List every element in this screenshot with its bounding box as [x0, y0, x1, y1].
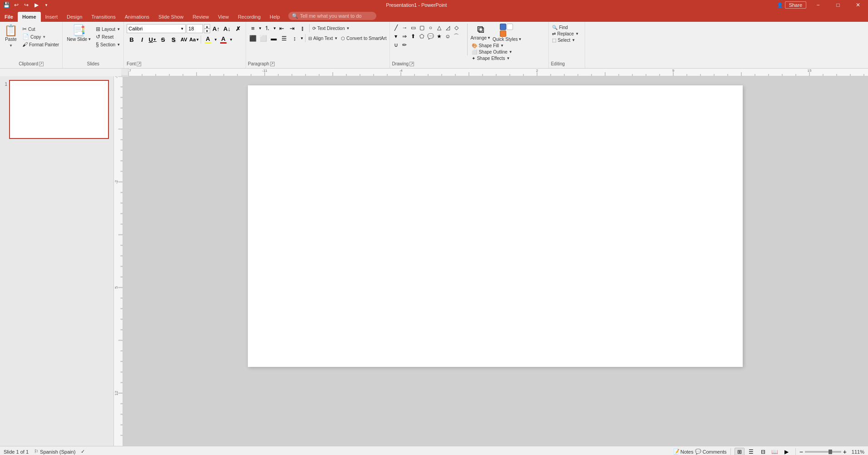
- font-highlight-button[interactable]: A: [202, 35, 213, 45]
- arc-button[interactable]: ∪: [392, 41, 400, 49]
- line-spacing-dropdown[interactable]: ▼: [300, 36, 304, 40]
- format-painter-button[interactable]: 🖌 Format Painter: [21, 41, 60, 48]
- text-direction-button[interactable]: ⟳ Text Direction ▼: [311, 25, 351, 31]
- section-button[interactable]: § Section ▼: [94, 41, 122, 48]
- tab-slideshow[interactable]: Slide Show: [154, 12, 188, 22]
- char-spacing-button[interactable]: AV: [179, 35, 189, 45]
- cut-button[interactable]: ✂ Cut: [21, 25, 60, 33]
- canvas-area[interactable]: [123, 76, 868, 446]
- find-button[interactable]: 🔍 Find: [551, 25, 583, 30]
- copy-dropdown[interactable]: ▼: [42, 35, 46, 39]
- increase-indent-button[interactable]: ⇥: [287, 24, 297, 33]
- arrange-dropdown[interactable]: ▼: [487, 36, 491, 40]
- clipboard-expand[interactable]: ↗: [39, 62, 44, 66]
- highlight-dropdown[interactable]: ▼: [214, 38, 217, 42]
- bullets-dropdown[interactable]: ▼: [258, 26, 262, 30]
- layout-button[interactable]: ⊞ Layout ▼: [94, 25, 122, 33]
- tab-transitions[interactable]: Transitions: [87, 12, 120, 22]
- outline-view-button[interactable]: ☰: [746, 448, 756, 455]
- zoom-slider[interactable]: [805, 451, 841, 453]
- select-dropdown[interactable]: ▼: [572, 38, 575, 42]
- slide-canvas[interactable]: [248, 85, 743, 367]
- new-slide-dropdown[interactable]: ▼: [88, 37, 91, 41]
- rounded-rect-shape-button[interactable]: ▢: [418, 24, 426, 32]
- underline-dropdown[interactable]: ▼: [153, 38, 157, 42]
- freeform-button[interactable]: ✏: [400, 41, 409, 49]
- text-shadow-button[interactable]: S: [168, 35, 178, 45]
- tab-insert[interactable]: Insert: [41, 12, 63, 22]
- decrease-indent-button[interactable]: ⇤: [277, 24, 287, 33]
- arrow2-shape-button[interactable]: ⇒: [400, 32, 409, 40]
- reset-button[interactable]: ↺ Reset: [94, 33, 122, 40]
- undo-button[interactable]: ↩: [12, 1, 21, 9]
- paste-button[interactable]: 📋 Paste: [2, 24, 20, 43]
- maximize-button[interactable]: □: [828, 0, 848, 10]
- more-shapes-button[interactable]: ▾: [392, 32, 400, 40]
- slide-thumbnail[interactable]: [9, 80, 109, 139]
- decrease-font-button[interactable]: A↓: [222, 24, 232, 34]
- underline-button[interactable]: U▼: [148, 35, 158, 45]
- drawing-expand[interactable]: ↗: [409, 62, 414, 66]
- text-dir-dropdown[interactable]: ▼: [346, 26, 350, 30]
- numbering-button[interactable]: ⒈: [262, 24, 272, 33]
- align-text-button[interactable]: ⊟ Align Text ▼: [307, 35, 339, 41]
- line-shape-button[interactable]: ╱: [392, 24, 400, 32]
- reading-view-button[interactable]: 📖: [770, 448, 780, 455]
- shape-outline-dropdown[interactable]: ▼: [509, 50, 513, 54]
- align-right-button[interactable]: ▬: [269, 34, 279, 43]
- clear-format-button[interactable]: ✗: [233, 24, 243, 34]
- notes-button[interactable]: 📝 Notes: [673, 449, 694, 455]
- redo-button[interactable]: ↪: [22, 1, 31, 9]
- line-spacing-button[interactable]: ↕: [290, 34, 300, 43]
- font-size-increase-button[interactable]: ▲: [204, 24, 210, 29]
- diamond-shape-button[interactable]: ◇: [452, 24, 460, 32]
- align-text-dropdown[interactable]: ▼: [334, 36, 338, 40]
- change-case-dropdown[interactable]: ▼: [196, 38, 199, 42]
- smiley-button[interactable]: ☺: [444, 32, 452, 40]
- columns-button[interactable]: ⫿: [298, 24, 308, 33]
- comments-button[interactable]: 💬 Comments: [695, 449, 726, 455]
- numbering-dropdown[interactable]: ▼: [273, 26, 276, 30]
- change-case-button[interactable]: Aa▼: [189, 35, 199, 45]
- slide-sorter-button[interactable]: ⊟: [758, 448, 768, 455]
- presentation-button[interactable]: ▶: [32, 1, 41, 9]
- zoom-in-button[interactable]: +: [843, 448, 847, 455]
- customize-qa-button[interactable]: ▼: [42, 1, 51, 9]
- font-name-dropdown[interactable]: ▼: [180, 27, 184, 31]
- shape-outline-button[interactable]: ⬜ Shape Outline ▼: [470, 49, 547, 55]
- zoom-out-button[interactable]: −: [799, 448, 803, 455]
- right-triangle-shape-button[interactable]: ◿: [444, 24, 452, 32]
- justify-button[interactable]: ☰: [279, 34, 289, 43]
- share-button[interactable]: Share: [785, 1, 806, 9]
- font-size-decrease-button[interactable]: ▼: [204, 29, 210, 33]
- normal-view-button[interactable]: ⊞: [735, 448, 745, 455]
- bullets-button[interactable]: ≡: [248, 24, 258, 33]
- align-left-button[interactable]: ⬛: [248, 34, 258, 43]
- connector-button[interactable]: ⌒: [452, 32, 460, 40]
- tab-review[interactable]: Review: [188, 12, 213, 22]
- oval-shape-button[interactable]: ○: [426, 24, 434, 32]
- shape-fill-button[interactable]: 🎨 Shape Fill ▼: [470, 43, 547, 49]
- accessibility-check[interactable]: ✓: [81, 449, 85, 455]
- layout-dropdown[interactable]: ▼: [117, 27, 120, 31]
- bold-button[interactable]: B: [127, 35, 137, 45]
- arrange-button[interactable]: ⧉ Arrange ▼: [470, 24, 491, 40]
- tab-animations[interactable]: Animations: [120, 12, 154, 22]
- font-color-button[interactable]: A: [218, 35, 229, 45]
- close-button[interactable]: ✕: [848, 0, 868, 10]
- shape-effects-dropdown[interactable]: ▼: [507, 56, 510, 60]
- zoom-slider-handle[interactable]: [829, 450, 832, 454]
- replace-button[interactable]: ⇄ Replace ▼: [551, 31, 583, 37]
- font-size-input[interactable]: 18: [187, 24, 203, 33]
- increase-font-button[interactable]: A↑: [211, 24, 221, 34]
- paragraph-expand[interactable]: ↗: [270, 62, 275, 66]
- triangle-shape-button[interactable]: △: [435, 24, 443, 32]
- align-center-button[interactable]: ⬜: [258, 34, 268, 43]
- replace-dropdown[interactable]: ▼: [575, 32, 579, 36]
- tell-me-input[interactable]: [300, 13, 373, 19]
- italic-button[interactable]: I: [137, 35, 147, 45]
- paste-dropdown[interactable]: ▼: [3, 43, 19, 48]
- convert-smartart-button[interactable]: ⬡ Convert to SmartArt: [340, 35, 388, 41]
- section-dropdown[interactable]: ▼: [117, 43, 120, 47]
- tab-view[interactable]: View: [213, 12, 233, 22]
